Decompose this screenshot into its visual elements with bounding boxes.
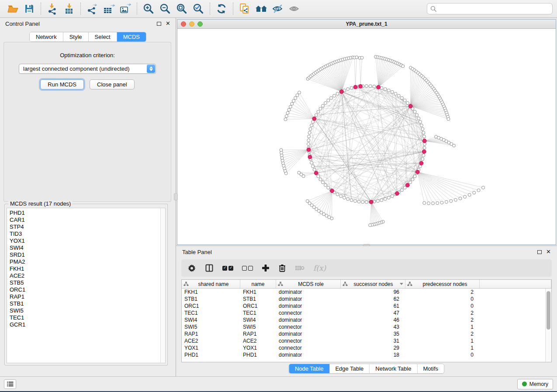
float-table-panel-icon[interactable] xyxy=(537,250,542,254)
table-cell[interactable]: 2 xyxy=(405,309,480,316)
optimization-criterion-select[interactable]: largest connected component (undirected) xyxy=(19,64,156,74)
close-panel-button[interactable]: Close panel xyxy=(90,79,135,89)
search-input[interactable] xyxy=(437,6,549,12)
export-image-button[interactable] xyxy=(117,1,134,16)
table-cell[interactable]: ACE2 xyxy=(240,337,276,344)
table-row[interactable]: TEC1TEC1connector472 xyxy=(182,309,545,316)
mcds-result-item[interactable]: TID3 xyxy=(10,230,160,237)
table-cell[interactable]: STB1 xyxy=(240,296,276,303)
tab-edge-table[interactable]: Edge Table xyxy=(329,364,370,373)
tab-style[interactable]: Style xyxy=(63,32,89,41)
clone-network-button[interactable] xyxy=(236,1,253,16)
table-row[interactable]: PHD1PHD1dominator180 xyxy=(182,351,545,358)
table-scrollbar[interactable] xyxy=(545,289,551,362)
first-neighbors-button[interactable] xyxy=(253,1,270,16)
mcds-result-item[interactable]: STB5 xyxy=(10,279,160,286)
network-window-titlebar[interactable]: YPA_prune.txt_1 xyxy=(177,20,556,29)
table-row[interactable]: STB1STB1dominator620 xyxy=(182,296,545,303)
table-row[interactable]: ACE2ACE2connector311 xyxy=(182,337,545,344)
mcds-result-item[interactable]: GCR1 xyxy=(10,321,160,328)
table-row[interactable]: RAP1RAP1dominator352 xyxy=(182,330,545,337)
mcds-result-item[interactable]: STP4 xyxy=(10,224,160,230)
table-cell[interactable]: 61 xyxy=(341,303,405,309)
table-cell[interactable]: 2 xyxy=(405,330,480,337)
table-cell[interactable]: 1 xyxy=(405,337,480,344)
column-header-mcds-role[interactable]: MCDS role xyxy=(276,280,341,288)
table-cell[interactable]: 29 xyxy=(341,344,405,351)
table-cell[interactable]: 0 xyxy=(405,303,480,309)
table-cell[interactable]: dominator xyxy=(276,330,341,337)
column-header-shared-name[interactable]: shared name xyxy=(182,280,240,288)
tab-node-table[interactable]: Node Table xyxy=(289,364,330,373)
mcds-result-item[interactable]: PHD1 xyxy=(10,210,160,217)
table-row[interactable]: FKH1FKH1dominator962 xyxy=(182,289,545,296)
show-all-button[interactable] xyxy=(286,1,303,16)
show-panels-button[interactable] xyxy=(4,379,16,389)
open-session-button[interactable] xyxy=(4,1,21,16)
export-table-button[interactable] xyxy=(100,1,117,16)
table-cell[interactable]: 0 xyxy=(405,296,480,303)
toggle-columns-button[interactable] xyxy=(205,262,214,274)
mcds-result-item[interactable]: ORC1 xyxy=(10,286,160,293)
column-header-name[interactable]: name xyxy=(240,280,276,288)
table-cell[interactable]: ACE2 xyxy=(182,337,240,344)
table-cell[interactable]: PHD1 xyxy=(240,351,276,358)
table-cell[interactable]: 0 xyxy=(405,351,480,358)
table-cell[interactable]: STB1 xyxy=(182,296,240,303)
table-row[interactable]: SWI5SWI5connector431 xyxy=(182,323,545,330)
table-cell[interactable]: 47 xyxy=(341,309,405,316)
mcds-result-list[interactable]: PHD1CAR1STP4TID3YOX1SWI4SRD1PMA2FKH1ACE2… xyxy=(7,208,160,363)
table-row[interactable]: YOX1YOX1connector291 xyxy=(182,344,545,351)
table-cell[interactable]: 18 xyxy=(341,351,405,358)
table-cell[interactable]: connector xyxy=(276,337,341,344)
mcds-result-item[interactable]: TEC1 xyxy=(10,314,160,321)
table-cell[interactable]: 46 xyxy=(341,316,405,323)
vertical-splitter-handle[interactable] xyxy=(174,193,178,200)
zoom-out-button[interactable] xyxy=(157,1,173,16)
table-cell[interactable]: ORC1 xyxy=(182,303,240,309)
import-table-button[interactable] xyxy=(61,1,77,16)
deselect-all-columns-button[interactable] xyxy=(242,262,253,274)
function-builder-button[interactable]: f(x) xyxy=(313,262,326,274)
zoom-selected-button[interactable] xyxy=(190,1,207,16)
table-cell[interactable]: 1 xyxy=(405,344,480,351)
table-cell[interactable]: RAP1 xyxy=(182,330,240,337)
table-cell[interactable]: SWI5 xyxy=(182,323,240,330)
table-cell[interactable]: 43 xyxy=(341,323,405,330)
column-header-predecessor-nodes[interactable]: predecessor nodes xyxy=(405,280,480,288)
table-cell[interactable]: ORC1 xyxy=(240,303,276,309)
mcds-result-item[interactable]: STB1 xyxy=(10,300,160,307)
table-cell[interactable]: 2 xyxy=(405,289,480,296)
zoom-in-button[interactable] xyxy=(140,1,157,16)
tab-mcds[interactable]: MCDS xyxy=(117,32,146,41)
add-column-button[interactable] xyxy=(262,262,270,274)
save-session-button[interactable] xyxy=(21,1,38,16)
table-cell[interactable]: connector xyxy=(276,309,341,316)
table-row[interactable]: SWI4SWI4dominator462 xyxy=(182,316,545,323)
table-cell[interactable]: RAP1 xyxy=(240,330,276,337)
table-settings-button[interactable] xyxy=(187,262,196,274)
close-panel-icon[interactable]: ✕ xyxy=(166,21,170,26)
run-mcds-button[interactable]: Run MCDS xyxy=(40,79,84,89)
table-cell[interactable]: dominator xyxy=(276,303,341,309)
hide-selected-button[interactable] xyxy=(270,1,286,16)
mcds-result-item[interactable]: SWI5 xyxy=(10,307,160,314)
table-cell[interactable]: PHD1 xyxy=(182,351,240,358)
search-field[interactable] xyxy=(427,3,553,14)
mcds-result-item[interactable]: SWI4 xyxy=(10,244,160,251)
delete-columns-button[interactable] xyxy=(278,262,286,274)
table-cell[interactable]: dominator xyxy=(276,289,341,296)
table-cell[interactable]: SWI4 xyxy=(240,316,276,323)
table-cell[interactable]: SWI5 xyxy=(240,323,276,330)
mcds-result-item[interactable]: YOX1 xyxy=(10,237,160,244)
table-cell[interactable]: dominator xyxy=(276,351,341,358)
table-cell[interactable]: FKH1 xyxy=(240,289,276,296)
column-header-successor-nodes[interactable]: successor nodes xyxy=(341,280,405,288)
mcds-result-item[interactable]: RAP1 xyxy=(10,293,160,300)
mcds-result-item[interactable]: PMA2 xyxy=(10,258,160,265)
table-scrollbar-thumb[interactable] xyxy=(547,291,550,330)
table-cell[interactable]: FKH1 xyxy=(182,289,240,296)
import-network-button[interactable] xyxy=(44,1,61,16)
table-row[interactable]: ORC1ORC1dominator610 xyxy=(182,303,545,309)
tab-network[interactable]: Network xyxy=(30,32,63,41)
